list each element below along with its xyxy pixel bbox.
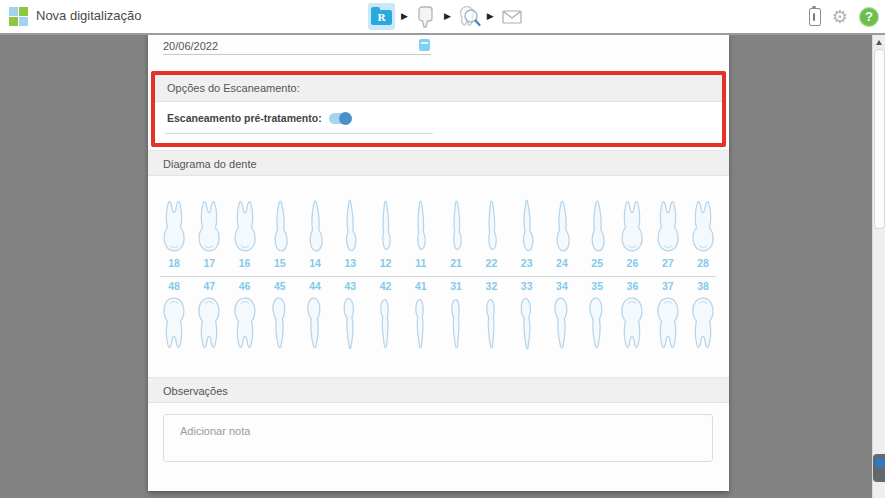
tooth-36[interactable]: 36: [615, 280, 649, 350]
tooth-number: 42: [380, 280, 392, 292]
tooth-number: 27: [662, 257, 674, 269]
tooth-number: 44: [309, 280, 321, 292]
app-window: Nova digitalização R ▶ ▶ ▶: [0, 0, 885, 498]
tooth-number: 17: [203, 257, 215, 269]
tooth-incisor-icon: [449, 199, 464, 255]
vertical-scrollbar[interactable]: [872, 35, 885, 498]
tooth-27[interactable]: 27: [651, 199, 685, 269]
tooth-23[interactable]: 23: [510, 199, 544, 269]
battery-icon: [809, 8, 821, 26]
tooth-molar-icon: [688, 199, 718, 255]
scrollbar-thumb[interactable]: [874, 49, 885, 229]
tooth-33[interactable]: 33: [510, 280, 544, 350]
tooth-number: 45: [274, 280, 286, 292]
tooth-number: 32: [486, 280, 498, 292]
tooth-16[interactable]: 16: [228, 199, 262, 269]
tooth-molar-icon: [159, 294, 189, 350]
edge-widget[interactable]: [873, 454, 885, 482]
tooth-24[interactable]: 24: [545, 199, 579, 269]
tooth-molar-icon: [230, 199, 260, 255]
scan-options-highlight: Opções do Escaneamento: Escaneamento pré…: [151, 71, 726, 147]
pretreatment-underline: [165, 133, 433, 134]
tooth-canine-icon: [518, 294, 536, 350]
tooth-13[interactable]: 13: [333, 199, 367, 269]
tooth-premolar-icon: [305, 199, 325, 255]
tooth-magnifier-icon: [457, 5, 481, 29]
tooth-number: 14: [309, 257, 321, 269]
tooth-48[interactable]: 48: [157, 280, 191, 350]
tooth-diagram-title: Diagrama do dente: [148, 150, 729, 176]
tooth-number: 11: [415, 257, 426, 269]
date-input[interactable]: 20/06/2022: [163, 40, 431, 55]
tooth-31[interactable]: 31: [439, 280, 473, 350]
tooth-incisor-icon: [449, 294, 464, 350]
record-step-button[interactable]: R: [368, 3, 395, 30]
gear-icon[interactable]: ⚙: [832, 8, 848, 26]
help-button[interactable]: ?: [859, 7, 879, 27]
tooth-canine-icon: [341, 199, 359, 255]
tooth-35[interactable]: 35: [580, 280, 614, 350]
tooth-25[interactable]: 25: [580, 199, 614, 269]
tooth-canine-icon: [341, 294, 359, 350]
tooth-molar-icon: [653, 199, 683, 255]
tooth-molar-icon: [653, 294, 683, 350]
note-input[interactable]: Adicionar nota: [163, 414, 713, 462]
edge-widget-icon: [875, 458, 884, 467]
tooth-21[interactable]: 21: [439, 199, 473, 269]
tooth-26[interactable]: 26: [615, 199, 649, 269]
tooth-15[interactable]: 15: [263, 199, 297, 269]
tooth-number: 37: [662, 280, 674, 292]
upper-teeth-row: 18171615141312112122232425262728: [157, 199, 720, 269]
tooth-incisor-icon: [484, 294, 499, 350]
header-right-controls: ⚙ ?: [809, 0, 879, 33]
tooth-number: 25: [591, 257, 603, 269]
tooth-number: 23: [521, 257, 533, 269]
scan-step-button[interactable]: [414, 4, 438, 30]
pretreatment-toggle[interactable]: [329, 113, 351, 124]
tooth-43[interactable]: 43: [333, 280, 367, 350]
tooth-44[interactable]: 44: [298, 280, 332, 350]
tooth-28[interactable]: 28: [686, 199, 720, 269]
calendar-icon[interactable]: [419, 39, 430, 51]
tooth-47[interactable]: 47: [192, 280, 226, 350]
tooth-12[interactable]: 12: [369, 199, 403, 269]
workflow-arrow-icon: ▶: [401, 3, 408, 30]
tooth-incisor-icon: [378, 199, 393, 255]
pretreatment-label: Escaneamento pré-tratamento:: [167, 112, 322, 124]
tooth-18[interactable]: 18: [157, 199, 191, 269]
tooth-number: 24: [556, 257, 568, 269]
tooth-22[interactable]: 22: [474, 199, 508, 269]
tooth-number: 33: [521, 280, 533, 292]
tooth-11[interactable]: 11: [404, 199, 438, 269]
export-step-button[interactable]: [500, 4, 524, 30]
tooth-45[interactable]: 45: [263, 280, 297, 350]
top-header: Nova digitalização R ▶ ▶ ▶: [0, 0, 885, 35]
tooth-incisor-icon: [378, 294, 393, 350]
tooth-number: 47: [203, 280, 215, 292]
tooth-17[interactable]: 17: [192, 199, 226, 269]
tooth-37[interactable]: 37: [651, 280, 685, 350]
tooth-number: 43: [344, 280, 356, 292]
tooth-32[interactable]: 32: [474, 280, 508, 350]
tooth-38[interactable]: 38: [686, 280, 720, 350]
tooth-canine-icon: [518, 199, 536, 255]
tooth-molar-icon: [194, 294, 224, 350]
tooth-number: 12: [380, 257, 392, 269]
toggle-knob: [339, 112, 352, 125]
tooth-41[interactable]: 41: [404, 280, 438, 350]
tooth-42[interactable]: 42: [369, 280, 403, 350]
tooth-34[interactable]: 34: [545, 280, 579, 350]
tooth-number: 22: [486, 257, 498, 269]
tooth-46[interactable]: 46: [228, 280, 262, 350]
tooth-premolar-icon: [305, 294, 325, 350]
content-panel: 20/06/2022 Opções do Escaneamento: Escan…: [148, 35, 729, 491]
tooth-number: 35: [591, 280, 603, 292]
scrollbar-up-arrow-icon[interactable]: [876, 40, 882, 45]
tooth-molar-icon: [688, 294, 718, 350]
analyze-step-button[interactable]: [457, 4, 481, 30]
lower-teeth-row: 48474645444342413132333435363738: [157, 280, 720, 350]
tooth-number: 36: [627, 280, 639, 292]
tooth-14[interactable]: 14: [298, 199, 332, 269]
tooth-number: 48: [168, 280, 180, 292]
tooth-molar-icon: [159, 199, 189, 255]
